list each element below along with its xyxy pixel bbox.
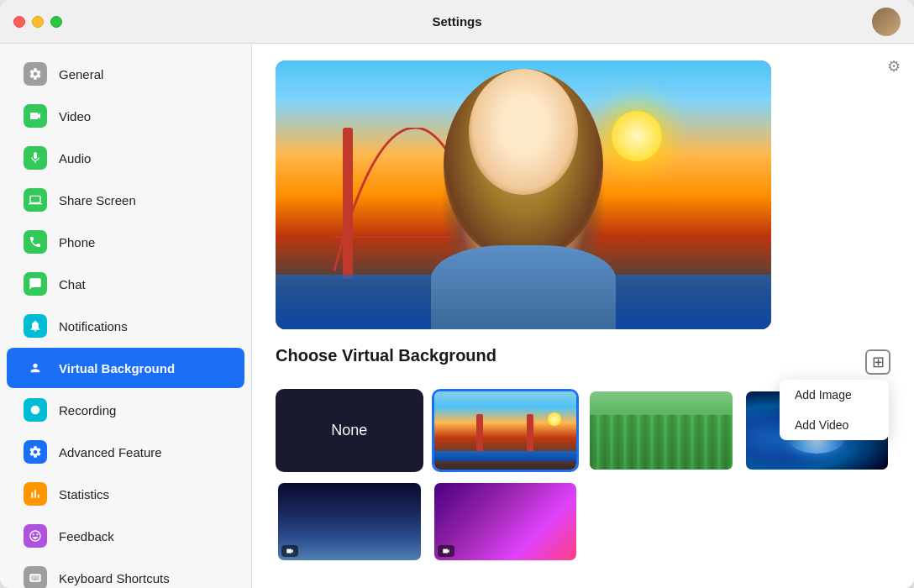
- titlebar: Settings: [0, 0, 914, 44]
- sidebar-item-label-recording: Recording: [59, 403, 116, 417]
- sidebar-item-label-share-screen: Share Screen: [59, 193, 136, 207]
- sidebar-item-video[interactable]: Video: [7, 96, 244, 136]
- video-badge-purple: [438, 545, 454, 557]
- choose-virtual-background-title: Choose Virtual Background: [276, 346, 496, 365]
- audio-icon: [24, 146, 47, 170]
- virtual-background-preview: [276, 60, 771, 329]
- sidebar-item-statistics[interactable]: Statistics: [7, 474, 244, 514]
- add-image-item[interactable]: Add Image: [780, 380, 889, 410]
- sidebar-item-label-advanced-feature: Advanced Feature: [59, 445, 162, 459]
- content-area: General Video Audio Share Screen: [0, 44, 914, 588]
- advanced-feature-icon: [24, 440, 47, 464]
- gear-icon: [24, 62, 47, 86]
- maximize-button[interactable]: [50, 16, 62, 28]
- sidebar-item-notifications[interactable]: Notifications: [7, 306, 244, 346]
- none-label: None: [331, 422, 367, 439]
- sidebar-item-general[interactable]: General: [7, 54, 244, 94]
- video-icon: [24, 104, 47, 128]
- notifications-icon: [24, 314, 47, 338]
- sidebar-item-feedback[interactable]: Feedback: [7, 516, 244, 556]
- share-screen-icon: [24, 188, 47, 212]
- sidebar-item-recording[interactable]: Recording: [7, 390, 244, 430]
- settings-gear-icon[interactable]: ⚙: [887, 57, 901, 76]
- virtual-background-icon: [24, 356, 47, 380]
- svg-point-0: [31, 406, 40, 415]
- sidebar-item-label-audio: Audio: [59, 151, 91, 165]
- titlebar-right: [872, 8, 901, 36]
- sidebar-item-label-statistics: Statistics: [59, 487, 109, 501]
- plus-icon: ⊞: [872, 353, 885, 371]
- main-content: ⚙: [252, 44, 914, 588]
- background-none[interactable]: None: [276, 389, 423, 472]
- statistics-icon: [24, 482, 47, 506]
- sidebar-item-share-screen[interactable]: Share Screen: [7, 180, 244, 220]
- sidebar-item-label-virtual-background: Virtual Background: [59, 361, 175, 375]
- chat-icon: [24, 272, 47, 296]
- background-purple[interactable]: [432, 480, 580, 564]
- sidebar-item-label-general: General: [59, 67, 103, 81]
- sidebar-item-audio[interactable]: Audio: [7, 138, 244, 178]
- window-title: Settings: [432, 14, 481, 29]
- sidebar-item-label-feedback: Feedback: [59, 529, 114, 543]
- sidebar: General Video Audio Share Screen: [0, 44, 252, 588]
- traffic-lights: [13, 16, 62, 28]
- background-grass[interactable]: [587, 389, 735, 472]
- background-bridge[interactable]: [432, 389, 580, 472]
- keyboard-shortcuts-icon: [24, 566, 47, 588]
- sidebar-item-phone[interactable]: Phone: [7, 222, 244, 262]
- sidebar-item-chat[interactable]: Chat: [7, 264, 244, 304]
- background-sky[interactable]: [276, 480, 423, 564]
- app-window: Settings General Video: [0, 0, 914, 588]
- recording-icon: [24, 398, 47, 422]
- sidebar-item-label-notifications: Notifications: [59, 319, 128, 333]
- add-background-button[interactable]: ⊞ Add Image Add Video: [865, 349, 890, 375]
- sidebar-item-label-keyboard-shortcuts: Keyboard Shortcuts: [59, 571, 170, 585]
- phone-icon: [24, 230, 47, 254]
- add-video-item[interactable]: Add Video: [780, 410, 889, 440]
- sidebar-item-advanced-feature[interactable]: Advanced Feature: [7, 432, 244, 472]
- sidebar-item-keyboard-shortcuts[interactable]: Keyboard Shortcuts: [7, 558, 244, 588]
- add-background-dropdown: Add Image Add Video: [780, 380, 889, 440]
- feedback-icon: [24, 524, 47, 548]
- minimize-button[interactable]: [32, 16, 44, 28]
- sidebar-item-label-video: Video: [59, 109, 91, 123]
- close-button[interactable]: [13, 16, 25, 28]
- sidebar-item-label-phone: Phone: [59, 235, 95, 249]
- sidebar-item-virtual-background[interactable]: Virtual Background: [7, 348, 244, 388]
- avatar[interactable]: [872, 8, 901, 36]
- video-badge-sky: [281, 545, 298, 557]
- sidebar-item-label-chat: Chat: [59, 277, 86, 291]
- choose-header: Choose Virtual Background ⊞ Add Image Ad…: [276, 346, 890, 377]
